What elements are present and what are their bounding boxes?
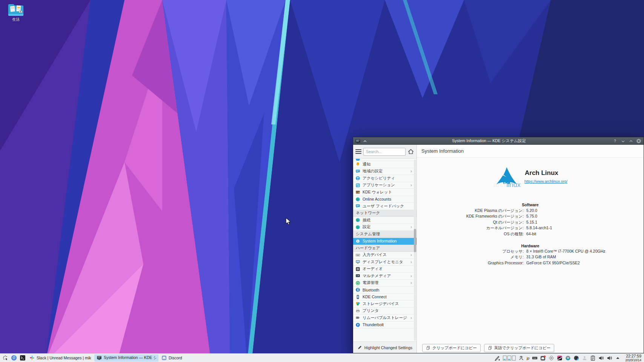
task-button[interactable]: Discord [159, 354, 186, 362]
sidebar-item[interactable]: ユーザ フィードバック [353, 203, 417, 210]
info-value: 5.8.14-arch1-1 [526, 226, 639, 230]
sidebar-item[interactable]: System Information [353, 238, 417, 245]
sidebar-item-label: プリンタ [363, 308, 414, 313]
window-titlebar[interactable]: System Information — KDE システム設定 ? [353, 137, 644, 145]
task-button[interactable]: System Information — KDE システ... [94, 354, 158, 362]
copy-in-english-label: 英語でクリップボードにコピー [494, 345, 550, 351]
ime-icon[interactable] [518, 355, 524, 361]
taskbar: Slack | Unread Messages | mikutterSystem… [0, 353, 644, 362]
sidebar-scrollbar[interactable] [414, 160, 416, 341]
task-label: System Information — KDE システ... [104, 355, 156, 360]
keep-above-icon[interactable] [362, 138, 368, 144]
sidebar-item[interactable]: 設定› [353, 224, 417, 231]
close-button[interactable] [636, 138, 642, 144]
sidebar-item[interactable]: KDE ウォレット [353, 189, 417, 196]
chromium-icon[interactable] [10, 354, 18, 362]
help-button[interactable]: ? [612, 138, 618, 144]
search-input[interactable] [363, 148, 406, 156]
sidebar-item-label: マルチメディア [363, 273, 408, 279]
scrollbar-thumb[interactable] [414, 229, 416, 252]
task-label: Slack | Unread Messages | mikutter [37, 356, 91, 360]
chevron-right-icon: › [410, 281, 412, 285]
info-label: メモリ: [417, 255, 524, 259]
info-value: 5.15.1 [526, 220, 639, 224]
info-value: 64-bit [526, 232, 639, 236]
tablet-pen-icon[interactable] [495, 355, 500, 361]
sidebar-item[interactable]: ディスプレイとモニタ› [353, 259, 417, 266]
sidebar-item[interactable]: プリンタ [353, 308, 417, 315]
display-icon [355, 259, 360, 264]
info-label: プロセッサ: [417, 249, 524, 253]
sidebar-item[interactable]: アプリケーション› [353, 182, 417, 189]
task-button[interactable]: Slack | Unread Messages | mikutter [27, 354, 94, 362]
system-information-panel: arch linux Arch Linux https://www.archli… [417, 158, 644, 353]
keyboard-layout-icon[interactable] [532, 355, 538, 361]
pager-window-marker [504, 359, 506, 360]
konsole-icon[interactable] [18, 354, 26, 362]
menu-icon[interactable] [355, 149, 361, 154]
copy-to-clipboard-button[interactable]: クリップボードにコピー [422, 344, 481, 352]
teal-app-icon[interactable] [565, 355, 571, 361]
desktop-folder-icon[interactable]: 生活 [5, 3, 26, 22]
sidebar-item[interactable]: 地域の設定› [353, 168, 417, 175]
discord-tray-icon[interactable] [540, 355, 546, 361]
sidebar-item-label: Thunderbolt [363, 322, 414, 327]
sidebar-item[interactable]: 電源管理› [353, 280, 417, 287]
chevron-right-icon: › [410, 169, 412, 173]
pager-desktop-cell[interactable] [512, 356, 516, 360]
flower-icon[interactable] [549, 355, 554, 361]
clipboard-icon[interactable] [590, 355, 596, 361]
copy-in-english-button[interactable]: 英語でクリップボードにコピー [484, 344, 554, 352]
sidebar-item[interactable]: Thunderbolt [353, 322, 417, 329]
maximize-button[interactable] [628, 138, 634, 144]
sidebar-item-label: System Information [363, 239, 414, 243]
sidebar-item-label: ディスプレイとモニタ [363, 259, 408, 265]
system-tray: jp [493, 355, 622, 361]
svg-text:arch: arch [493, 181, 508, 189]
keyboard-layout-label[interactable]: jp [527, 356, 529, 360]
app-icon [355, 138, 361, 144]
sidebar-item[interactable]: マルチメディア› [353, 273, 417, 280]
sidebar-item[interactable]: ストレージデバイス [353, 301, 417, 308]
keyboard-icon [355, 253, 360, 258]
info-label: Graphics Processor: [417, 261, 524, 265]
window-title: System Information — KDE システム設定 [368, 138, 610, 144]
sidebar-item[interactable]: Bluetooth [353, 287, 417, 294]
sidebar-item[interactable]: 入力デバイス› [353, 252, 417, 259]
volume-icon[interactable] [607, 355, 612, 361]
sidebar-item[interactable]: オーディオ [353, 266, 417, 273]
hardware-rows: プロセッサ:8 × Intel® Core™ i7-7700K CPU @ 4.… [417, 249, 639, 265]
sidebar-section-header: ハードウェア [353, 245, 417, 252]
distro-url-link[interactable]: https://www.archlinux.org/ [524, 179, 567, 184]
sidebar-item[interactable]: アクセシビリティ [353, 175, 417, 182]
virtual-desktop-pager[interactable] [503, 356, 516, 360]
minimize-button[interactable] [620, 138, 626, 144]
sidebar-section-header: システム管理 [353, 231, 417, 238]
media-player-icon[interactable] [573, 355, 579, 361]
sidebar-item[interactable]: 接続 [353, 217, 417, 224]
sidebar-item[interactable]: リムーバブルストレージ› [353, 314, 417, 322]
pager-desktop-cell[interactable] [507, 356, 511, 360]
highlight-changed-settings-label: Highlight Changed Settings [364, 345, 412, 350]
slack-icon [29, 355, 35, 360]
expand-icon[interactable] [615, 355, 621, 361]
multimedia-icon [355, 273, 360, 278]
sidebar-section-header: ネットワーク [353, 210, 417, 217]
sidebar-item[interactable]: 通知 [353, 161, 417, 168]
settings-sidebar: 通知地域の設定›アクセシビリティアプリケーション›KDE ウォレットOnline… [353, 145, 417, 353]
sidebar-item[interactable]: Online Accounts [353, 196, 417, 203]
krita-icon[interactable] [557, 355, 563, 361]
task-label: Discord [169, 356, 183, 360]
pager-desktop-cell[interactable] [503, 356, 507, 360]
app-launcher-icon[interactable] [1, 354, 9, 362]
digital-clock[interactable]: 22:27:59 2020/10/14 [624, 354, 643, 362]
user-offline-icon[interactable] [582, 355, 587, 361]
bell-icon [355, 162, 360, 167]
highlight-changed-settings-button[interactable]: Highlight Changed Settings [353, 342, 417, 353]
copy-to-clipboard-label: クリップボードにコピー [432, 345, 477, 351]
volume-icon[interactable] [598, 355, 604, 361]
home-icon[interactable] [407, 148, 414, 155]
bluetooth-icon [355, 287, 360, 292]
sidebar-item[interactable]: KDE Connect [353, 294, 417, 301]
chat-icon [355, 169, 360, 174]
